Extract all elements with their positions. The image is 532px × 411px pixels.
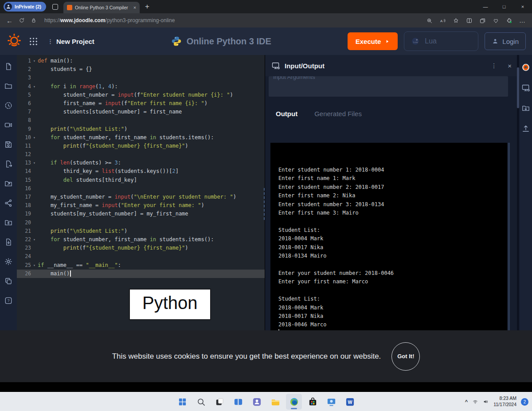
upload-button[interactable] <box>521 124 530 133</box>
code-line-16[interactable]: 16 <box>17 184 265 193</box>
code-line-14[interactable]: 14 third_key = list(students.keys())[2] <box>17 167 265 176</box>
code-editor[interactable]: 1▾def main():2 students = {}34▾ for i in… <box>17 55 265 330</box>
tab-generated-files[interactable]: Generated Files <box>314 110 362 117</box>
tab-output[interactable]: Output <box>276 110 297 117</box>
clock[interactable]: 8:23 AM 11/17/2024 <box>493 395 516 407</box>
jdoodle-logo-icon[interactable] <box>6 33 22 49</box>
start-button[interactable] <box>174 394 190 410</box>
address-bar[interactable]: https://www.jdoodle.com/python3-programm… <box>44 17 175 23</box>
lock-icon[interactable] <box>31 17 37 23</box>
code-line-8[interactable]: 8 <box>17 116 265 125</box>
tab-actions-icon[interactable] <box>52 4 58 10</box>
tray-chevron-icon[interactable]: ^ <box>465 399 468 404</box>
collections-icon[interactable] <box>479 17 486 24</box>
code-line-24[interactable]: 24 <box>17 252 265 261</box>
browser-tab[interactable]: Online Python 3 Compiler × <box>63 2 140 13</box>
open-project-button[interactable] <box>4 179 13 188</box>
console-scrollbar[interactable] <box>508 143 510 330</box>
input-output-button[interactable] <box>521 83 530 92</box>
code-line-5[interactable]: 5 student_number = input(f"Enter student… <box>17 91 265 99</box>
code-line-15[interactable]: 15 del students[third_key] <box>17 176 265 184</box>
code-line-17[interactable]: 17 my_student_number = input("\nEnter yo… <box>17 193 265 201</box>
stdin-input[interactable]: Input Arguments <box>269 76 508 97</box>
ai-assistant-button[interactable] <box>521 63 530 72</box>
code-line-2[interactable]: 2 students = {} <box>17 65 265 74</box>
help-button[interactable]: ? <box>4 296 13 305</box>
back-button[interactable]: ← <box>6 17 13 24</box>
code-line-22[interactable]: 22▾ for student_number, first_name in st… <box>17 235 265 244</box>
fold-arrow-icon[interactable]: ▾ <box>31 261 38 270</box>
login-button[interactable]: Login <box>485 32 526 50</box>
code-line-12[interactable]: 12 <box>17 150 265 159</box>
fold-arrow-icon[interactable]: ▾ <box>31 159 38 167</box>
tab-close-icon[interactable]: × <box>133 5 136 10</box>
generated-files-button[interactable] <box>521 104 530 113</box>
file-explorer-button[interactable] <box>267 394 283 410</box>
share-button[interactable] <box>4 199 13 207</box>
refresh-button[interactable] <box>19 17 25 23</box>
console-output[interactable]: Enter student number 1: 2018-0004Enter f… <box>270 143 507 330</box>
code-line-13[interactable]: 13▾ if len(students) >= 3: <box>17 159 265 167</box>
language-selector[interactable]: Lua Lua <box>404 31 478 51</box>
extensions-icon[interactable] <box>506 17 512 24</box>
display-settings-button[interactable] <box>323 394 339 410</box>
screen-record-button[interactable] <box>4 121 13 129</box>
code-line-7[interactable]: 7 students[student_number] = first_name <box>17 108 265 116</box>
my-projects-button[interactable] <box>4 82 13 90</box>
code-line-6[interactable]: 6 first_name = input(f"Enter first name … <box>17 99 265 108</box>
download-file-button[interactable] <box>4 238 13 247</box>
code-line-3[interactable]: 3 <box>17 74 265 82</box>
code-line-26[interactable]: 26 main() <box>17 270 265 278</box>
edge-button[interactable] <box>286 394 302 410</box>
code-line-11[interactable]: 11 print(f"{student_number} {first_name}… <box>17 142 265 150</box>
fold-arrow-icon[interactable]: ▾ <box>31 57 38 65</box>
code-line-18[interactable]: 18 my_first_name = input("Enter your fir… <box>17 201 265 210</box>
browser-essentials-icon[interactable] <box>493 17 499 24</box>
snap-layout-button[interactable] <box>230 394 246 410</box>
apps-grid-icon[interactable] <box>28 36 39 47</box>
export-file-button[interactable] <box>4 160 13 168</box>
store-button[interactable] <box>305 394 321 410</box>
code-line-1[interactable]: 1▾def main(): <box>17 57 265 65</box>
io-menu-icon[interactable]: ⋮ <box>491 62 497 69</box>
copy-button[interactable] <box>4 277 13 286</box>
volume-icon[interactable] <box>483 399 489 405</box>
io-close-icon[interactable]: × <box>508 62 512 70</box>
panel-scrollbar[interactable] <box>517 55 519 330</box>
read-aloud-icon[interactable]: A <box>439 17 446 24</box>
settings-button[interactable] <box>4 257 13 266</box>
search-button[interactable] <box>193 394 209 410</box>
code-line-25[interactable]: 25▾if __name__ == "__main__": <box>17 261 265 270</box>
minimize-button[interactable]: — <box>476 4 495 9</box>
got-it-button[interactable]: Got It! <box>391 342 420 371</box>
close-button[interactable]: × <box>513 4 532 9</box>
code-line-9[interactable]: 9 print("\nStudent List:") <box>17 125 265 133</box>
upload-project-button[interactable] <box>4 218 13 227</box>
fold-arrow-icon[interactable]: ▾ <box>31 235 38 244</box>
code-line-10[interactable]: 10▾ for student_number, first_name in st… <box>17 133 265 142</box>
word-button[interactable]: W <box>342 394 358 410</box>
recent-files-button[interactable] <box>4 101 13 110</box>
code-line-4[interactable]: 4▾ for i in range(1, 4): <box>17 82 265 91</box>
inprivate-badge[interactable]: InPrivate (2) <box>4 2 46 12</box>
network-icon[interactable] <box>472 399 478 405</box>
execute-button[interactable]: Execute <box>348 32 398 50</box>
project-menu[interactable]: ⋮ New Project <box>47 38 94 45</box>
code-line-23[interactable]: 23 print(f"{student_number} {first_name}… <box>17 244 265 252</box>
code-line-19[interactable]: 19 students[my_student_number] = my_firs… <box>17 210 265 218</box>
new-file-button[interactable] <box>4 62 13 71</box>
teams-button[interactable] <box>249 394 265 410</box>
task-view-button[interactable] <box>211 394 227 410</box>
notification-badge[interactable]: 2 <box>521 398 528 406</box>
code-line-20[interactable]: 20 <box>17 219 265 227</box>
zoom-icon[interactable] <box>426 17 433 24</box>
code-line-21[interactable]: 21 print("\nStudent List:") <box>17 227 265 235</box>
new-tab-button[interactable]: + <box>145 2 149 11</box>
favorites-star-icon[interactable] <box>453 17 459 24</box>
fold-arrow-icon[interactable]: ▾ <box>31 133 38 142</box>
split-screen-icon[interactable] <box>466 17 473 24</box>
maximize-button[interactable]: □ <box>495 4 513 9</box>
save-button[interactable] <box>4 140 13 149</box>
fold-arrow-icon[interactable]: ▾ <box>31 82 38 91</box>
settings-more-icon[interactable]: … <box>519 17 526 24</box>
